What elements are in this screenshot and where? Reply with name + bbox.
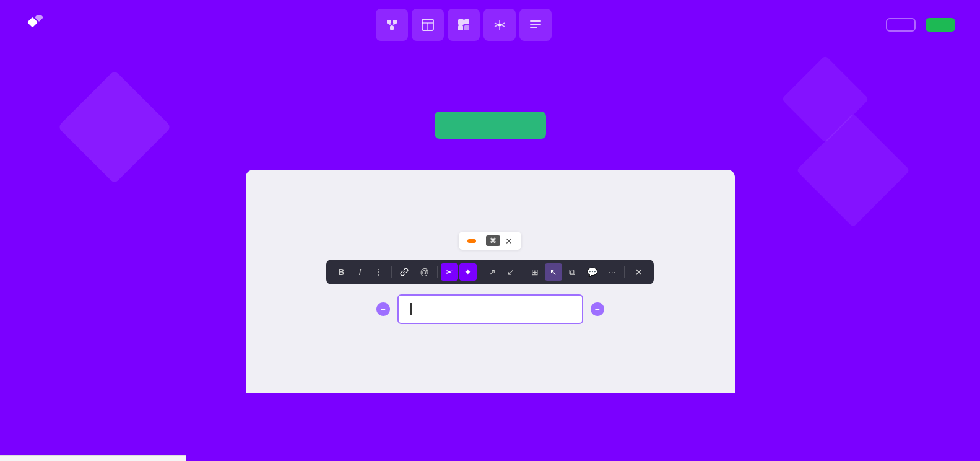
toolbar-mention-btn[interactable]: @ [415,263,433,281]
node-connector-left[interactable]: − [376,302,390,316]
toolbar-bold-btn[interactable]: B [332,263,350,281]
text-cursor [410,303,412,315]
toolbar-copy-btn[interactable]: ⧉ [563,263,581,281]
decorative-shape-left [58,70,171,184]
svg-point-14 [498,24,501,27]
toolbar-close-btn[interactable]: ✕ [630,263,648,281]
status-bar [0,455,186,461]
beta-close-icon[interactable]: ✕ [505,236,513,246]
svg-rect-12 [458,25,463,30]
beta-badge [467,239,476,243]
signup-button[interactable] [926,18,955,32]
svg-rect-13 [464,25,469,30]
toolbar-separator-3 [480,266,480,278]
nav-sticky-btn[interactable] [448,9,480,41]
svg-line-20 [501,25,505,27]
toolbar-cut-btn[interactable]: ✂ [441,263,458,281]
toolbar-separator-1 [391,266,392,278]
svg-rect-4 [390,26,394,30]
app-preview: ⌘ ✕ B I ⋮ @ ✂ ✦ ↗ ↙ ⊞ ↖ [246,170,735,393]
header [0,0,980,50]
toolbar-italic-btn[interactable]: I [351,263,368,281]
header-right [876,18,955,32]
toolbar-link-btn[interactable] [395,263,414,281]
link-icon [400,268,409,276]
svg-rect-2 [387,20,391,24]
svg-rect-11 [464,19,469,24]
login-button[interactable] [886,18,916,32]
formatting-toolbar: B I ⋮ @ ✂ ✦ ↗ ↙ ⊞ ↖ ⧉ 💬 ··· ✕ [326,260,653,284]
toolbar-cursor-btn[interactable]: ↖ [545,263,562,281]
svg-line-18 [501,23,505,25]
flowchart-icon [384,17,399,32]
toolbar-comment-btn[interactable]: 💬 [582,263,602,281]
toolbar-overflow-btn[interactable]: ··· [604,263,621,281]
hero-section: // Generate dots const dotsContainer = d… [0,50,980,418]
docs-icon [528,17,543,32]
try-it-now-button[interactable] [435,112,546,139]
nav-icons [376,9,552,41]
toolbar-separator-5 [624,266,625,278]
node-input-box[interactable] [397,294,583,324]
beta-shortcut: ⌘ [486,235,500,246]
toolbar-connect-btn[interactable]: ✦ [459,263,477,281]
svg-rect-10 [458,19,464,25]
svg-line-17 [495,23,498,25]
toolbar-arrow-up-btn[interactable]: ↗ [483,263,501,281]
beta-bar-inner: ⌘ ✕ [459,232,521,250]
node-area: − − [258,294,722,324]
wireframe-icon [420,17,435,32]
logo-icon [25,15,45,35]
svg-rect-3 [393,20,397,24]
mindmap-icon [492,17,507,32]
nav-wireframe-btn[interactable] [412,9,444,41]
svg-line-6 [392,24,395,26]
toolbar-arrow-down-btn[interactable]: ↙ [502,263,519,281]
svg-line-19 [495,25,498,27]
toolbar-separator-2 [437,266,438,278]
toolbar-grid-btn[interactable]: ⊞ [526,263,544,281]
nav-mindmap-btn[interactable] [483,9,516,41]
toolbar-more1-btn[interactable]: ⋮ [370,263,388,281]
toolbar-separator-4 [523,266,523,278]
svg-line-5 [389,24,392,26]
nav-docs-btn[interactable] [519,9,552,41]
logo[interactable] [25,15,51,35]
beta-bar: ⌘ ✕ [258,232,722,250]
sticky-icon [456,17,471,32]
node-connector-right[interactable]: − [591,302,604,316]
nav-flowchart-btn[interactable] [376,9,408,41]
